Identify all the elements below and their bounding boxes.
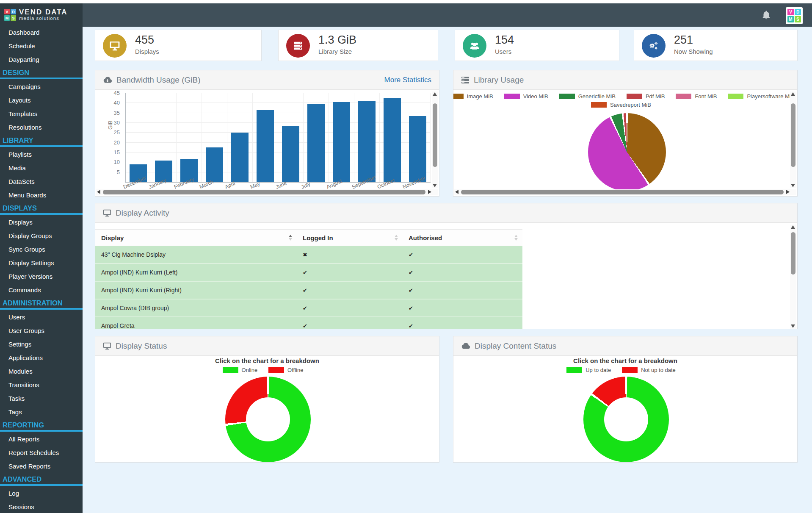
pie-legend-row-1: Image MiBVideo MiBGenericfile MiBPdf MiB… (453, 93, 789, 100)
sort-icon[interactable] (395, 235, 398, 241)
scroll-up-icon[interactable] (791, 225, 795, 229)
section-underline (0, 308, 83, 310)
bar-slot-december: December (126, 93, 151, 182)
sidebar-item-layouts[interactable]: Layouts (0, 94, 83, 107)
more-statistics-link[interactable]: More Statistics (384, 76, 431, 84)
legend-swatch (728, 94, 743, 99)
sidebar-item-settings[interactable]: Settings (0, 338, 83, 351)
sidebar-item-saved-reports[interactable]: Saved Reports (0, 460, 83, 473)
scroll-down-icon[interactable] (791, 184, 795, 187)
legend-label: Genericfile MiB (578, 93, 616, 100)
cell-logged-in: ✔ (297, 322, 403, 329)
legend-label: Playersoftware MiB (747, 93, 794, 100)
sidebar-item-display-groups[interactable]: Display Groups (0, 229, 83, 242)
sidebar-item-all-reports[interactable]: All Reports (0, 433, 83, 446)
sidebar-item-log[interactable]: Log (0, 487, 83, 500)
topbar: VDMS (83, 3, 812, 27)
cell-logged-in: ✔ (297, 287, 403, 294)
bar-slot-april: April (227, 93, 253, 182)
sort-icon[interactable] (514, 235, 518, 241)
legend-swatch (627, 94, 642, 99)
column-header-authorised[interactable]: Authorised (403, 234, 522, 241)
legend-swatch (504, 94, 520, 99)
check-icon: ✔ (303, 287, 307, 294)
stat-label: Users (495, 48, 511, 55)
sidebar-item-datasets[interactable]: DataSets (0, 175, 83, 188)
stat-card-library-size: 1.3 GiB Library Size (278, 30, 438, 61)
display-content-status-donut-chart[interactable] (583, 377, 669, 462)
sidebar-item-display-settings[interactable]: Display Settings (0, 256, 83, 269)
brand-logo[interactable]: VDMS VEND DATA media solutions (0, 3, 83, 25)
legend-item-pdf-mib: Pdf MiB (627, 93, 665, 100)
horizontal-scrollbar[interactable] (454, 189, 796, 195)
vertical-scrollbar[interactable] (790, 225, 796, 329)
vertical-scrollbar[interactable] (432, 92, 438, 188)
sidebar-item-schedule[interactable]: Schedule (0, 39, 83, 53)
sidebar-item-resolutions[interactable]: Resolutions (0, 121, 83, 134)
legend-label: Up to date (586, 367, 611, 373)
sidebar-item-modules[interactable]: Modules (0, 365, 83, 378)
sidebar-item-player-versions[interactable]: Player Versions (0, 270, 83, 283)
pie-legend-row-2: Savedreport MiB (453, 102, 789, 108)
panel-header: Display Content Status (453, 336, 797, 356)
legend-label: Savedreport MiB (610, 102, 651, 108)
scroll-up-icon[interactable] (791, 92, 795, 96)
brand-tagline: media solutions (19, 16, 68, 21)
check-icon: ✔ (303, 269, 307, 276)
sidebar-item-dayparting[interactable]: Dayparting (0, 53, 83, 66)
sidebar-item-tasks[interactable]: Tasks (0, 392, 83, 405)
sort-icon[interactable] (289, 235, 293, 241)
display-status-donut-chart[interactable] (225, 377, 311, 462)
notifications-bell-icon[interactable] (761, 10, 772, 21)
sidebar-item-displays[interactable]: Displays (0, 216, 83, 229)
scroll-down-icon[interactable] (433, 184, 437, 187)
sidebar-item-playlists[interactable]: Playlists (0, 148, 83, 161)
bar-slot-january: January (151, 93, 177, 182)
scrollbar-thumb[interactable] (433, 103, 437, 167)
sidebar-item-transitions[interactable]: Transitions (0, 378, 83, 391)
vertical-scrollbar[interactable] (790, 92, 796, 188)
y-axis-tick: 10 (114, 159, 120, 165)
sidebar-item-commands[interactable]: Commands (0, 283, 83, 297)
stat-value: 251 (674, 33, 693, 47)
logo-tile-m: M (787, 16, 794, 22)
sidebar-item-user-groups[interactable]: User Groups (0, 324, 83, 337)
scroll-left-icon[interactable] (455, 190, 458, 194)
column-header-display[interactable]: Display (95, 234, 297, 241)
sidebar-item-dashboard[interactable]: Dashboard (0, 26, 83, 39)
account-logo[interactable]: VDMS (786, 7, 803, 24)
scrollbar-thumb[interactable] (461, 190, 784, 194)
sidebar-item-campaigns[interactable]: Campaigns (0, 80, 83, 93)
legend-item-offline: Offline (268, 367, 303, 373)
legend-label: Image MiB (467, 93, 493, 100)
scrollbar-thumb[interactable] (103, 190, 425, 194)
scroll-right-icon[interactable] (428, 190, 431, 194)
scroll-right-icon[interactable] (786, 190, 790, 194)
sidebar-item-media[interactable]: Media (0, 161, 83, 175)
sidebar-item-applications[interactable]: Applications (0, 351, 83, 364)
sidebar-item-report-schedules[interactable]: Report Schedules (0, 446, 83, 459)
sidebar-nav: DashboardScheduleDaypartingDESIGNCampaig… (0, 26, 83, 513)
legend-swatch (453, 94, 464, 99)
scroll-down-icon[interactable] (791, 324, 795, 328)
sidebar-item-tags[interactable]: Tags (0, 405, 83, 419)
legend-label: Pdf MiB (646, 93, 665, 100)
scrollbar-thumb[interactable] (791, 103, 795, 167)
sidebar-item-templates[interactable]: Templates (0, 107, 83, 120)
sidebar-item-users[interactable]: Users (0, 311, 83, 324)
bar-march (206, 147, 223, 182)
horizontal-scrollbar[interactable] (96, 189, 438, 195)
legend-label: Not up to date (641, 367, 676, 373)
list-icon (461, 76, 470, 84)
column-header-logged-in[interactable]: Logged In (297, 234, 403, 241)
sidebar-item-sync-groups[interactable]: Sync Groups (0, 243, 83, 256)
sidebar-item-menu-boards[interactable]: Menu Boards (0, 189, 83, 202)
scrollbar-thumb[interactable] (791, 232, 795, 275)
chart-note: Click on the chart for a breakdown (95, 357, 439, 364)
scroll-left-icon[interactable] (97, 190, 100, 194)
library-usage-pie-chart[interactable] (588, 113, 666, 191)
sidebar-item-sessions[interactable]: Sessions (0, 500, 83, 513)
y-axis-tick: 15 (114, 149, 120, 155)
scroll-up-icon[interactable] (433, 92, 437, 96)
section-underline (0, 213, 83, 215)
